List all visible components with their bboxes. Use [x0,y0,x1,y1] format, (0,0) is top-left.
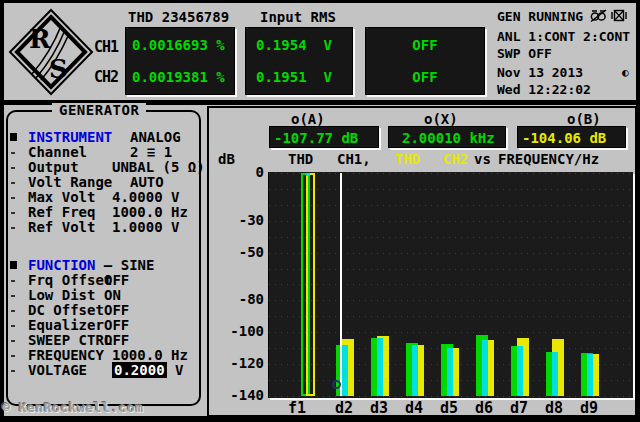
y-tick-label--80: -80 [220,291,264,307]
generator-row-frequency[interactable]: FREQUENCY1000.0 Hz [8,348,198,363]
bar-overlap-d2 [342,345,348,396]
generator-row-label: Ref Freq [28,205,95,220]
chart-title-vs: vs [474,152,491,167]
generator-row-value: 1000.0 Hz [112,348,188,363]
gridline--30db [269,221,633,222]
cursor-marker[interactable] [332,380,341,389]
bar-overlap-d3 [377,338,383,396]
rs-logo: R S [8,8,94,96]
generator-row-value: ANALOG [130,130,181,145]
readout-x-box: 2.00010 kHz [388,126,506,148]
svg-text:S: S [49,54,68,84]
generator-row-value: OFF [104,318,129,333]
item-bullet [11,325,15,327]
item-bullet [11,167,15,169]
generator-row-label: SWEEP CTRL [28,333,112,348]
generator-row-label: Low Dist [28,288,95,303]
contrast-icon: ◐ [622,66,629,79]
thd-readout-title: THD 23456789 [128,10,229,25]
generator-panel-title: GENERATOR [52,103,146,118]
aux-readout-box: OFF OFF [365,27,485,95]
thd-ch1-value: 0.0016693 % [132,37,225,53]
monitor-off-icon [611,9,627,22]
chart-title-thd1: THD [288,152,313,167]
gridline--90db [269,316,633,317]
ch2-label: CH2 [94,68,118,86]
generator-row-value: ON [104,288,121,303]
gridline--20db [269,205,633,206]
editing-value-field[interactable]: 0.2000 [112,362,167,378]
generator-row-dc-offset[interactable]: DC OffsetOFF [8,303,198,318]
speaker-muted-icon [590,9,607,22]
x-tick-label-d7: d7 [502,400,536,416]
cursor-line[interactable] [340,173,342,396]
generator-row-volt-range[interactable]: Volt RangeAUTO [8,175,198,190]
thd-readout-box: 0.0016693 % 0.0019381 % [125,27,235,95]
bar-overlap-d9 [587,354,593,396]
y-tick-label--140: -140 [220,387,264,403]
item-bullet [11,280,15,282]
window-frame-top [0,0,640,3]
generator-row-sweep-ctrl[interactable]: SWEEP CTRLOFF [8,333,198,348]
generator-row-instrument[interactable]: INSTRUMENTANALOG [8,130,198,145]
gridline--10db [269,189,633,190]
y-tick-label--50: -50 [220,244,264,260]
item-bullet [11,295,15,297]
gridline--100db [269,332,633,333]
anl-status: ANL 1:CONT 2:CONT [497,29,630,44]
item-bullet [11,182,15,184]
generator-row-label: Max Volt [28,190,95,205]
generator-row-equalizer[interactable]: EqualizerOFF [8,318,198,333]
ch1-label: CH1 [94,38,118,56]
bar-ch2-f1 [306,173,315,396]
generator-row-max-volt[interactable]: Max Volt4.0000 V [8,190,198,205]
generator-row-value: 4.0000 V [112,190,179,205]
generator-row-output[interactable]: OutputUNBAL (5 Ω) [8,160,198,175]
y-tick-label--30: -30 [220,212,264,228]
gridline--70db [269,284,633,285]
time-display: Wed 12:22:02 [497,82,591,97]
item-bullet [11,152,15,154]
y-tick-label--120: -120 [220,355,264,371]
selected-item-bullet [10,133,17,141]
generator-row-ref-volt[interactable]: Ref Volt1.0000 V [8,220,198,235]
bar-overlap-d6 [482,340,488,396]
generator-row-value: — SINE [95,258,154,273]
generator-row-label: FREQUENCY [28,348,104,363]
chart-plot-area [268,172,633,398]
generator-row-label: Equalizer [28,318,104,333]
aux-ch2-value: OFF [366,69,484,85]
generator-row-frq-offset[interactable]: Frq OffsetOFF [8,273,198,288]
generator-row-value: OFF [104,303,129,318]
generator-row-value: 1000.0 Hz [112,205,188,220]
chart-title-ch2: CH2 [443,152,468,167]
gridline--140db [269,396,633,397]
generator-row-ref-freq[interactable]: Ref Freq1000.0 Hz [8,205,198,220]
generator-row-low-dist[interactable]: Low DistON [8,288,198,303]
generator-row-value: OFF [104,333,129,348]
x-tick-label-f1: f1 [280,400,314,416]
generator-row-channel[interactable]: Channel2 ≡ 1 [8,145,198,160]
gridline--80db [269,300,633,301]
y-tick-label-0: 0 [220,164,264,180]
generator-row-value: OFF [104,273,129,288]
instrument-screen: R S CH1 CH2 THD 23456789 0.0016693 % 0.0… [0,0,640,422]
item-bullet [11,197,15,199]
generator-row-label: Output [28,160,79,175]
svg-text:R: R [29,24,51,54]
x-tick-label-d8: d8 [537,400,571,416]
generator-row-voltage[interactable]: VOLTAGE0.2000 V [8,363,198,378]
generator-row-value: 1.0000 V [112,220,179,235]
x-axis-title: FREQUENCY/Hz [498,152,599,167]
item-bullet [11,370,15,372]
generator-row-value: AUTO [130,175,164,190]
readout-x-value: 2.00010 kHz [402,130,495,146]
generator-row-value[interactable]: 0.2000 V [112,363,183,378]
item-bullet [11,355,15,357]
bar-overlap-d4 [412,345,418,396]
readout-b-title: o(B) [567,112,601,127]
generator-row-function[interactable]: FUNCTION — SINE [8,258,198,273]
x-tick-label-d4: d4 [397,400,431,416]
item-bullet [11,227,15,229]
gen-status: GEN RUNNING [497,9,583,24]
